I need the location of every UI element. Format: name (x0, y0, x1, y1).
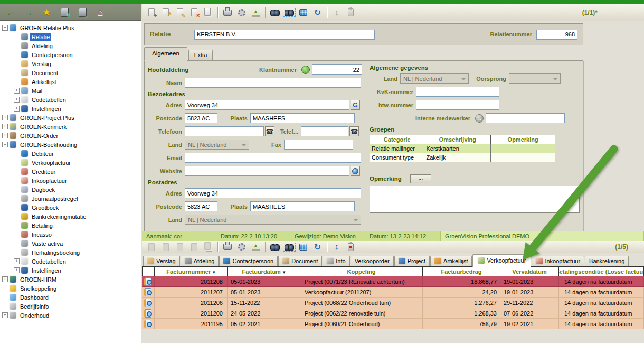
phone-dial-button[interactable] (265, 126, 274, 136)
post-adres-input[interactable] (185, 188, 361, 198)
search-detail-button[interactable] (268, 242, 282, 253)
home-icon[interactable] (94, 6, 107, 18)
sidebar-item-bankrekeningmutatie[interactable]: Bankrekeningmutatie (0, 212, 141, 221)
sidebar-item-verkoopfactuur[interactable]: Verkoopfactuur (0, 158, 141, 167)
expand-icon[interactable] (14, 88, 20, 94)
sidebar-item-document[interactable]: Document (0, 68, 141, 77)
collapse-icon[interactable] (2, 142, 8, 147)
sidebar-item-relatie[interactable]: Relatie (0, 32, 141, 41)
phone-dial-button-2[interactable] (349, 126, 359, 136)
tab-verkooporder[interactable]: Verkooporder (351, 256, 394, 266)
sidebar-item-groen-hrm[interactable]: GROEN-HRM (0, 275, 141, 284)
sidebar-item-groen-project-plus[interactable]: GROEN-Project Plus (0, 113, 141, 122)
opmerking-textarea[interactable] (370, 186, 580, 213)
expand-icon[interactable] (2, 124, 8, 129)
favorites-icon[interactable] (40, 6, 53, 18)
magnifier-icon[interactable] (145, 320, 151, 328)
grid-view-button[interactable] (296, 6, 310, 19)
settings-button[interactable] (234, 6, 249, 19)
magnifier-icon[interactable] (145, 277, 151, 286)
export-button[interactable] (249, 6, 263, 19)
sidebar-item-grootboek[interactable]: Grootboek (0, 203, 141, 212)
website-input[interactable] (185, 166, 349, 176)
col-factuurnummer[interactable]: Factuurnummer (155, 267, 228, 276)
search-button[interactable] (268, 6, 282, 19)
klantnummer-jump-button[interactable] (301, 66, 310, 74)
invoice-row[interactable]: 2011195 05-02-2021 Project (0060/21 Onde… (142, 319, 644, 329)
opmerking-more-button[interactable]: ... (410, 174, 431, 183)
tab-afdeling[interactable]: Afdeling (181, 256, 219, 266)
sidebar-item-crediteur[interactable]: Crediteur (0, 167, 141, 176)
tab-verslag[interactable]: Verslag (143, 256, 180, 266)
grid-view-detail-button[interactable] (296, 242, 310, 253)
sidebar-item-instellingen[interactable]: Instellingen (0, 104, 141, 113)
col-betalingsconditie[interactable]: Betalingsconditie (Losse factuur) (559, 267, 644, 276)
expand-icon[interactable] (14, 267, 20, 273)
sidebar-item-journaalpostregel[interactable]: Journaalpostregel (0, 194, 141, 203)
sidebar-item-vaste-activa[interactable]: Vaste activa (0, 239, 141, 248)
tab-algemeen[interactable]: Algemeen (144, 47, 187, 61)
expand-icon[interactable] (14, 258, 20, 264)
expand-icon[interactable] (2, 115, 8, 120)
email-input[interactable] (185, 153, 361, 163)
sidebar-item-codetabellen[interactable]: Codetabellen (0, 95, 141, 104)
naam-input[interactable] (185, 78, 361, 88)
magnifier-icon[interactable] (145, 299, 151, 307)
expand-icon[interactable] (14, 97, 20, 103)
invoice-row[interactable]: 2011207 05-01-2023 Verkoopfactuur (20112… (142, 287, 644, 298)
sidebar-item-dashboard[interactable]: Dashboard (0, 293, 141, 302)
sidebar-item-verslag[interactable]: Verslag (0, 59, 141, 68)
clipboard-detail-button[interactable] (344, 242, 358, 253)
refresh-button[interactable] (310, 6, 325, 19)
klantnummer-input[interactable] (312, 64, 362, 75)
bezoek-adres-input[interactable] (185, 100, 349, 110)
search-selection-button[interactable] (282, 6, 296, 19)
col-factuurbedrag[interactable]: Factuurbedrag (423, 267, 500, 276)
sidebar-item-onderhoud[interactable]: Onderhoud (0, 311, 141, 320)
invoice-row[interactable]: 2011208 05-01-2023 Project (0071/23 REno… (142, 276, 644, 287)
delete-record-button[interactable] (187, 6, 201, 19)
sort-updown-detail-button[interactable] (329, 242, 344, 253)
sidebar-item-incasso[interactable]: Incasso (0, 230, 141, 239)
sidebar-item-dagboek[interactable]: Dagboek (0, 185, 141, 194)
expand-icon[interactable] (2, 133, 8, 138)
forward-icon[interactable] (22, 6, 35, 18)
add-record-button[interactable] (144, 6, 158, 19)
sidebar-item-instellingen-2[interactable]: Instellingen (0, 266, 141, 275)
back-icon[interactable] (4, 6, 17, 18)
groepen-row[interactable]: Relatie mailinger Kerstkaarten (370, 144, 555, 153)
kvk-input[interactable] (416, 87, 499, 97)
sidebar-item-mail[interactable]: Mail (0, 86, 141, 95)
print-detail-button[interactable] (220, 242, 234, 253)
sidebar-item-bedrijfsinfo[interactable]: Bedrijfsinfo (0, 302, 141, 311)
tab-artikellijst[interactable]: Artikellijst (430, 256, 472, 266)
tab-document[interactable]: Document (278, 256, 322, 266)
logout-icon[interactable] (79, 8, 87, 17)
fax-input[interactable] (284, 140, 353, 150)
interne-medewerker-input[interactable] (486, 113, 565, 123)
telef2-input[interactable] (301, 126, 348, 136)
sidebar-item-afdeling[interactable]: Afdeling (0, 41, 141, 50)
invoice-row[interactable]: 2011206 15-11-2022 Project (0068/22 Onde… (142, 298, 644, 308)
col-factuurdatum[interactable]: Factuurdatum (228, 267, 300, 276)
settings-detail-button[interactable] (234, 242, 249, 253)
groepen-row[interactable]: Consument type Zakelijk (370, 153, 555, 162)
export-detail-button[interactable] (249, 242, 263, 253)
sidebar-item-artikellijst[interactable]: Artikellijst (0, 77, 141, 86)
tab-info[interactable]: Info (323, 256, 349, 266)
sidebar-item-herhalingsboeking[interactable]: Herhalingsboeking (0, 248, 141, 257)
search-selection-detail-button[interactable] (282, 242, 296, 253)
login-icon[interactable] (61, 8, 69, 17)
maps-button[interactable] (351, 100, 360, 110)
expand-icon[interactable] (2, 312, 8, 318)
sidebar-item-betaling[interactable]: Betaling (0, 221, 141, 230)
tab-bankrekening[interactable]: Bankrekening (585, 256, 629, 266)
col-koppeling[interactable]: Koppeling (300, 267, 423, 276)
bezoek-plaats-input[interactable] (250, 113, 355, 123)
sidebar-item-groen-boekhouding[interactable]: GROEN-Boekhouding (0, 140, 141, 149)
invoice-row[interactable]: 2011200 24-05-2022 Project (0062/22 reno… (142, 308, 644, 319)
tab-verkoopfactuur[interactable]: Verkoopfactuur (472, 254, 531, 267)
tab-extra[interactable]: Extra (188, 50, 213, 60)
expand-icon[interactable] (14, 106, 20, 112)
bezoek-postcode-input[interactable] (185, 113, 217, 123)
